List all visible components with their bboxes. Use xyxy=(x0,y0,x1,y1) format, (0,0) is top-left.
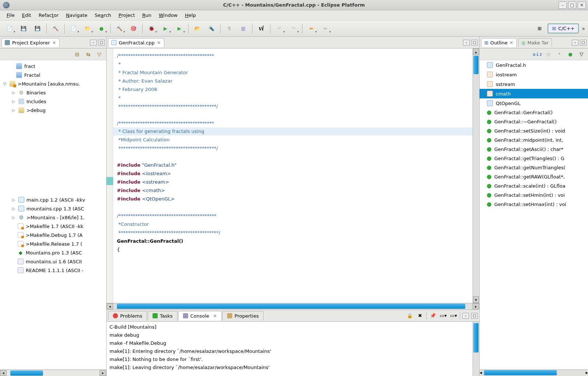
outline-item[interactable]: GenFractal::getNumTriangles( xyxy=(480,163,588,172)
outline-list[interactable]: GenFractal.hiostreamsstreamcmathQtOpenGL… xyxy=(480,60,588,369)
minimize-view-button[interactable]: – xyxy=(572,40,578,46)
save-button[interactable]: 💾 xyxy=(17,23,30,35)
outline-item[interactable]: GenFractal::getRAW(GLfloat*, xyxy=(480,172,588,181)
link-editor-button[interactable]: ⇆ xyxy=(84,50,92,58)
outline-item[interactable]: GenFractal::getAscii() : char* xyxy=(480,145,588,154)
back-button[interactable]: ⬅ xyxy=(305,23,318,35)
tree-item-makefile-debug[interactable]: >Makefile.Debug 1.7 (A xyxy=(0,231,106,239)
build-button[interactable]: 🔨 xyxy=(49,23,62,35)
ext-tools-button[interactable]: ▶ xyxy=(173,23,186,35)
outline-item[interactable]: QtOpenGL xyxy=(480,98,588,108)
project-explorer-tab[interactable]: Project Explorer ✕ xyxy=(1,38,60,47)
scroll-right-button[interactable]: ▸ xyxy=(585,370,588,376)
tree-item-includes[interactable]: ▷Includes xyxy=(0,97,106,106)
maximize-view-button[interactable]: □ xyxy=(471,313,478,319)
close-icon[interactable]: ✕ xyxy=(157,40,161,46)
menu-file[interactable]: File xyxy=(4,11,18,19)
minimize-view-button[interactable]: – xyxy=(90,40,97,46)
tab-properties[interactable]: Properties xyxy=(222,311,263,321)
hide-static-button[interactable]: ˢ xyxy=(556,51,563,58)
console-body[interactable]: C-Build [Mountains] make debug make -f M… xyxy=(107,322,479,376)
debug-button[interactable]: 🐞 xyxy=(145,23,158,35)
outline-item[interactable]: GenFractal::GenFractal() xyxy=(480,108,588,117)
editor-body[interactable]: /***************************************… xyxy=(107,48,479,303)
tree-item-binaries[interactable]: ▷⚙Binaries xyxy=(0,88,106,97)
outline-item[interactable]: GenFractal::getTriangles() : G xyxy=(480,154,588,163)
new-cpp-button[interactable]: 📄 xyxy=(67,23,80,35)
scroll-up-button[interactable]: ▴ xyxy=(473,48,479,55)
open-perspective-button[interactable]: ⊞ xyxy=(533,23,546,35)
perspective-cpp[interactable]: ⊞ C/C++ xyxy=(548,24,579,33)
new-button[interactable]: 📄 xyxy=(3,23,16,35)
outline-item[interactable]: sstream xyxy=(480,79,588,89)
view-menu-button[interactable]: ▽ xyxy=(95,50,103,58)
outline-item[interactable]: cmath xyxy=(480,89,588,98)
outline-item[interactable]: GenFractal::~GenFractal() xyxy=(480,117,588,126)
hide-nonpublic-button[interactable]: ● xyxy=(567,51,574,58)
build-tgt-button[interactable]: 🎯 xyxy=(127,23,140,35)
tab-problems[interactable]: Problems xyxy=(108,311,147,321)
scroll-thumb[interactable] xyxy=(484,370,556,375)
sort-button[interactable]: a↓z xyxy=(534,51,541,58)
menu-refactor[interactable]: Refactor xyxy=(36,11,62,19)
tree-item-mountains-pro[interactable]: ◆Mountains.pro 1.3 (ASC xyxy=(0,248,106,257)
project-tree-hscroll[interactable]: ◂ ▸ xyxy=(0,369,106,376)
menu-search[interactable]: Search xyxy=(92,11,114,19)
save-all-button[interactable]: 💾 xyxy=(31,23,44,35)
code-editor[interactable]: /***************************************… xyxy=(113,48,473,303)
tree-item-mountains-ui[interactable]: mountains.ui 1.6 (ASCII xyxy=(0,257,106,266)
close-button[interactable]: ✕ xyxy=(578,1,586,9)
outline-item[interactable]: GenFractal::midpoint(int, int, xyxy=(480,135,588,145)
hide-fields-button[interactable]: ◇ xyxy=(545,51,552,58)
outline-item[interactable]: GenFractal::setHmin(int) : voi xyxy=(480,191,588,200)
lock-button[interactable]: 🔒 xyxy=(406,312,414,320)
chevron-icon[interactable]: » xyxy=(582,26,585,32)
scroll-thumb[interactable] xyxy=(117,304,466,309)
outline-item[interactable]: GenFractal::setSize(int) : void xyxy=(480,126,588,135)
minimize-editor-button[interactable]: – xyxy=(463,40,470,46)
scroll-down-button[interactable]: ▾ xyxy=(473,296,479,303)
tree-item-makefile[interactable]: >Makefile 1.7 (ASCII -kk xyxy=(0,222,106,231)
toggle-block-button[interactable]: ▦ xyxy=(237,23,250,35)
menu-window[interactable]: Window xyxy=(156,11,180,19)
vi-button[interactable]: vi xyxy=(255,23,268,35)
open-console-button[interactable]: ▭▾ xyxy=(449,312,458,320)
display-console-button[interactable]: ▭▾ xyxy=(439,312,447,320)
scroll-thumb[interactable] xyxy=(10,370,43,376)
search-button[interactable]: 🔦 xyxy=(205,23,218,35)
tree-item-makefile-release[interactable]: >Makefile.Release 1.7 ( xyxy=(0,239,106,248)
view-menu-button[interactable]: ▽ xyxy=(578,51,585,58)
next-annot-button[interactable]: ↷ xyxy=(287,23,300,35)
new-class-button[interactable]: ● xyxy=(95,23,108,35)
outline-item[interactable]: GenFractal::scale(int) : GLfloa xyxy=(480,181,588,191)
maximize-view-button[interactable]: □ xyxy=(98,40,105,46)
menu-project[interactable]: Project xyxy=(116,11,138,19)
tree-item-main-cpp[interactable]: ▷main.cpp 1.2 (ASCII -kkv xyxy=(0,195,106,204)
menu-run[interactable]: Run xyxy=(139,11,154,19)
run-button[interactable]: ▶ xyxy=(159,23,172,35)
tree-item-mountains-cpp[interactable]: ▷mountains.cpp 1.3 (ASC xyxy=(0,204,106,213)
scroll-left-button[interactable]: ◂ xyxy=(0,370,7,376)
outline-hscroll[interactable]: ◂ ▸ xyxy=(480,369,588,376)
maximize-button[interactable]: □ xyxy=(568,1,576,9)
tab-tasks[interactable]: Tasks xyxy=(148,311,178,321)
minimize-view-button[interactable]: – xyxy=(462,313,469,319)
minimize-button[interactable]: – xyxy=(559,1,567,9)
scroll-right-button[interactable]: ▸ xyxy=(473,303,479,309)
clear-console-button[interactable]: ✖ xyxy=(416,312,424,320)
tree-item-debug[interactable]: ▷>debug xyxy=(0,106,106,115)
tree-item-readme[interactable]: README 1.1.1.1 (ASCII - xyxy=(0,266,106,275)
tree-item-fractal[interactable]: Fractal xyxy=(0,70,106,79)
close-icon[interactable]: ✕ xyxy=(509,40,513,46)
outline-item[interactable]: GenFractal.h xyxy=(480,60,588,70)
pin-button[interactable]: 📌 xyxy=(429,312,437,320)
scroll-thumb[interactable] xyxy=(473,56,478,74)
maximize-view-button[interactable]: □ xyxy=(580,40,587,46)
tree-item-mountains-exe[interactable]: ▷⚙>Mountains - [x86/le] 1. xyxy=(0,213,106,222)
make-targets-tab[interactable]: ◎ Make Tar xyxy=(518,38,552,47)
new-folder-button[interactable]: 📁 xyxy=(81,23,94,35)
tab-console[interactable]: Console✕ xyxy=(178,311,222,321)
close-icon[interactable]: ✕ xyxy=(213,313,217,319)
outline-item[interactable]: GenFractal::setHmax(int) : voi xyxy=(480,200,588,209)
outline-tab[interactable]: ⊞ Outline ✕ xyxy=(481,38,517,47)
